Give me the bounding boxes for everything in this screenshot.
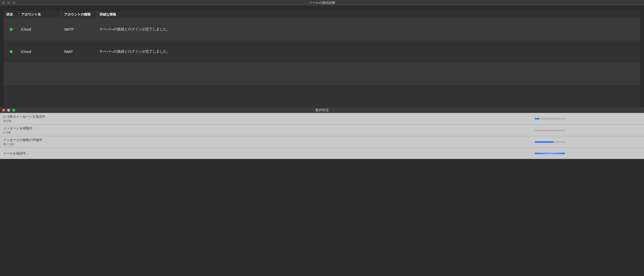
- cell-details: サーバへの接続とログインが完了しました。: [97, 41, 640, 63]
- window-close-button[interactable]: [2, 1, 5, 4]
- window-minimize-button[interactable]: [7, 109, 10, 112]
- traffic-lights: [0, 109, 15, 112]
- table-header-row: 状況 アカウント名 アカウントの種類 詳細な情報: [4, 11, 640, 18]
- diagnostics-titlebar[interactable]: メールの接続診断: [0, 0, 644, 6]
- cell-type: SMTP: [61, 18, 97, 41]
- cell-account: iCloud: [18, 18, 61, 41]
- status-dot-icon: [10, 50, 13, 53]
- activity-row: メールを確認中...: [0, 148, 644, 159]
- progress-fill-indeterminate: [535, 153, 565, 154]
- activity-row: メッセージの移動の準備中 86 / 138: [0, 136, 644, 148]
- progress-bar: [535, 153, 565, 154]
- activity-subtitle: 1 / 69: [3, 131, 535, 134]
- diagnostics-body: 状況 アカウント名 アカウントの種類 詳細な情報 iCloud SMTP サーバ…: [0, 6, 644, 107]
- cell-account: iCloud: [18, 41, 61, 63]
- activity-row: メッセージを移動中 1 / 69: [0, 125, 644, 136]
- cell-type: IMAP: [61, 41, 97, 63]
- activity-title: 1 / 2件のメッセージを送信中: [3, 114, 535, 119]
- activity-titlebar[interactable]: 動作状況: [0, 107, 644, 113]
- connection-diagnostics-window: メールの接続診断 状況 アカウント名 アカウントの種類 詳細な情報 iCloud…: [0, 0, 644, 107]
- table-row[interactable]: iCloud IMAP サーバへの接続とログインが完了しました。: [4, 41, 640, 63]
- table-row[interactable]: iCloud SMTP サーバへの接続とログインが完了しました。: [4, 18, 640, 41]
- activity-window: 動作状況 1 / 2件のメッセージを送信中 10 KB メッセージを移動中 1 …: [0, 107, 644, 159]
- activity-body: 1 / 2件のメッセージを送信中 10 KB メッセージを移動中 1 / 69: [0, 113, 644, 159]
- window-close-button[interactable]: [2, 109, 5, 112]
- activity-subtitle: 86 / 138: [3, 143, 535, 146]
- activity-title: メッセージの移動の準備中: [3, 138, 535, 142]
- activity-window-title: 動作状況: [0, 108, 644, 112]
- progress-bar: [535, 141, 565, 143]
- column-header-details[interactable]: 詳細な情報: [97, 11, 640, 18]
- status-dot-icon: [10, 28, 13, 31]
- accounts-table: 状況 アカウント名 アカウントの種類 詳細な情報 iCloud SMTP サーバ…: [4, 11, 640, 107]
- progress-fill: [535, 118, 539, 120]
- column-header-type[interactable]: アカウントの種類: [61, 11, 97, 18]
- activity-subtitle: 10 KB: [3, 119, 535, 123]
- table-row-empty: [4, 63, 640, 85]
- progress-bar: [535, 130, 565, 131]
- diagnostics-window-title: メールの接続診断: [0, 1, 644, 5]
- window-zoom-button[interactable]: [12, 109, 15, 112]
- column-header-account[interactable]: アカウント名: [18, 11, 61, 18]
- window-zoom-button[interactable]: [12, 1, 15, 4]
- traffic-lights: [0, 1, 15, 4]
- activity-title: メールを確認中...: [3, 151, 535, 156]
- column-header-status[interactable]: 状況: [4, 11, 18, 18]
- window-minimize-button[interactable]: [7, 1, 10, 4]
- activity-title: メッセージを移動中: [3, 126, 535, 131]
- table-row-empty: [4, 85, 640, 107]
- activity-row: 1 / 2件のメッセージを送信中 10 KB: [0, 113, 644, 125]
- cell-details: サーバへの接続とログインが完了しました。: [97, 18, 640, 41]
- progress-fill: [535, 141, 553, 143]
- progress-bar: [535, 118, 565, 120]
